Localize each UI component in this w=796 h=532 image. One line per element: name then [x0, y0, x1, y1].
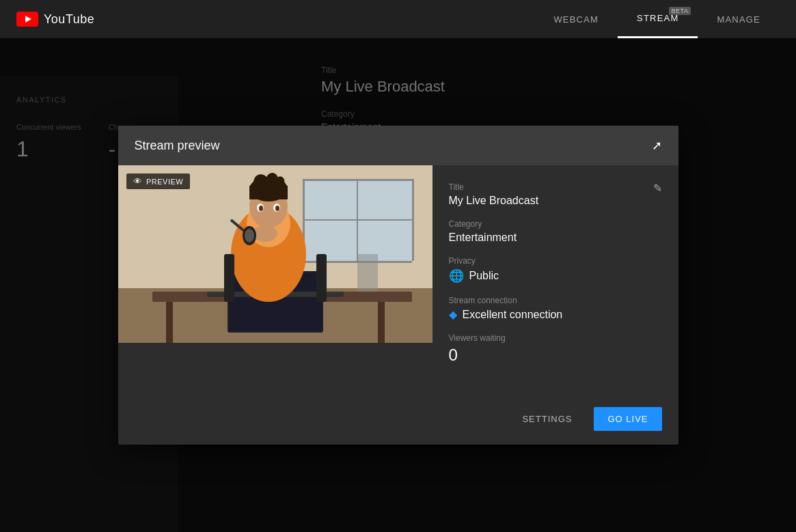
svg-point-29 [275, 206, 279, 211]
privacy-row: 🌐 Public [449, 268, 662, 283]
svg-rect-14 [378, 302, 385, 343]
nav-webcam[interactable]: WEBCAM [534, 0, 618, 38]
modal-info-title: Title ✎ My Live Broadcast [449, 182, 662, 207]
go-live-button[interactable]: GO LIVE [594, 407, 661, 431]
preview-badge: 👁 PREVIEW [126, 173, 191, 189]
modal-header: Stream preview ➚ [118, 126, 678, 165]
modal-footer: SETTINGS GO LIVE [118, 393, 678, 445]
share-icon[interactable]: ➚ [652, 138, 662, 153]
nav-stream[interactable]: STREAM BETA [618, 0, 698, 38]
svg-rect-34 [224, 254, 234, 302]
modal-title: Stream preview [135, 139, 220, 153]
connection-row: ◆ Excellent connection [449, 308, 662, 321]
top-navigation: YouTube WEBCAM STREAM BETA MANAGE [0, 0, 796, 38]
svg-point-33 [245, 229, 254, 242]
modal-body: 👁 PREVIEW Title ✎ My Live Broadcast [118, 165, 678, 393]
svg-rect-35 [316, 254, 327, 302]
connection-value: Excellent connection [463, 309, 563, 321]
nav-manage[interactable]: MANAGE [698, 0, 780, 38]
youtube-logo: YouTube [16, 12, 94, 27]
modal-info-viewers: Viewers waiting 0 [449, 333, 662, 365]
modal-info-connection: Stream connection ◆ Excellent connection [449, 296, 662, 321]
preview-area: 👁 PREVIEW [118, 165, 433, 393]
eye-icon: 👁 [133, 176, 143, 186]
wifi-icon: ◆ [449, 308, 457, 321]
preview-image: 👁 PREVIEW [118, 165, 433, 343]
globe-icon: 🌐 [449, 268, 464, 283]
modal-title-value: My Live Broadcast [449, 195, 662, 207]
svg-rect-36 [357, 254, 378, 292]
preview-badge-text: PREVIEW [146, 178, 183, 186]
modal-category-value: Entertainment [449, 232, 662, 244]
preview-scene-svg [118, 165, 433, 343]
settings-button[interactable]: SETTINGS [511, 407, 583, 431]
info-panel: Title ✎ My Live Broadcast Category Enter… [433, 165, 678, 393]
svg-point-30 [253, 225, 277, 242]
youtube-wordmark: YouTube [44, 12, 94, 27]
stream-preview-modal: Stream preview ➚ [118, 126, 678, 445]
modal-overlay: Stream preview ➚ [0, 38, 796, 532]
viewers-waiting-value: 0 [449, 346, 662, 365]
modal-info-privacy: Privacy 🌐 Public [449, 256, 662, 283]
nav-links: WEBCAM STREAM BETA MANAGE [534, 0, 780, 38]
svg-point-28 [259, 206, 263, 211]
modal-info-category: Category Entertainment [449, 219, 662, 244]
edit-icon[interactable]: ✎ [653, 182, 662, 195]
youtube-icon [16, 12, 38, 27]
beta-badge: BETA [669, 7, 691, 15]
svg-rect-13 [166, 302, 173, 343]
privacy-value: Public [469, 270, 499, 282]
